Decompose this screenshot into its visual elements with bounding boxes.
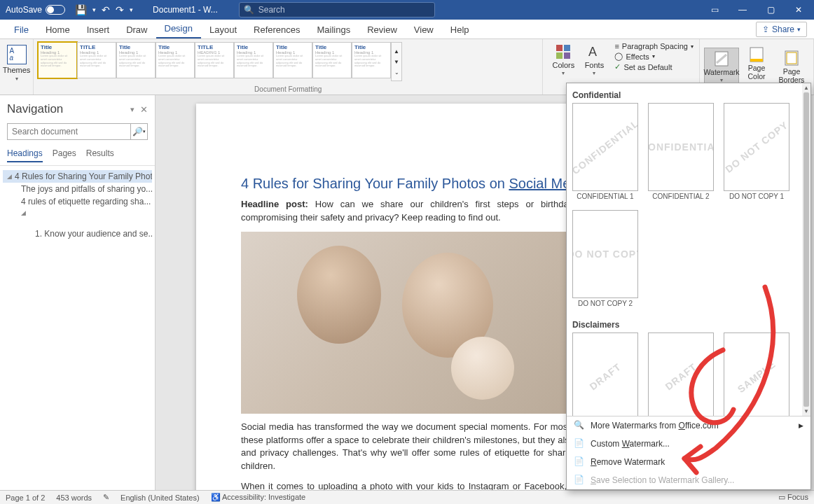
watermark-dropdown: Confidential CONFIDENTIALCONFIDENTIAL 1C… xyxy=(566,83,811,490)
style-set-item[interactable]: TitleHeading 1Lorem ipsum dolor sit amet… xyxy=(352,42,391,78)
nav-tab-results[interactable]: Results xyxy=(86,148,114,162)
tab-draw[interactable]: Draw xyxy=(118,21,156,38)
nav-search-button[interactable]: 🔎▾ xyxy=(130,124,147,139)
paragraph-spacing-label: Paragraph Spacing xyxy=(622,42,688,50)
scroll-thumb[interactable] xyxy=(803,92,809,407)
nav-tree: ◢4 Rules for Sharing Your Family Phot...… xyxy=(0,166,155,244)
wm-custom-button[interactable]: 📄 Custom Watermark... xyxy=(567,435,810,453)
nav-tab-pages[interactable]: Pages xyxy=(53,148,76,162)
themes-button[interactable]: Aa Themes ▾ xyxy=(3,42,31,85)
nav-close-icon[interactable]: ✕ xyxy=(140,104,148,115)
style-set-item[interactable]: TitleHeading 1Lorem ipsum dolor sit amet… xyxy=(273,42,312,78)
watermark-thumb[interactable]: DO NOT COPYDO NOT COPY 2 xyxy=(572,210,638,307)
colors-button[interactable]: Colors ▾ xyxy=(549,42,578,78)
qat-more-icon[interactable]: ▾ xyxy=(130,6,133,13)
wm-remove-button[interactable]: 📄 Remove Watermark xyxy=(567,453,810,471)
page-borders-button[interactable]: Page Borders xyxy=(774,47,809,87)
svg-rect-9 xyxy=(785,51,798,65)
watermark-thumb[interactable]: CONFIDENTIALCONFIDENTIAL 2 xyxy=(648,103,714,200)
wm-save-selection-button: 📄 Save Selection to Watermark Gallery... xyxy=(567,471,810,489)
page-color-icon xyxy=(748,46,765,63)
watermark-thumb[interactable]: DRAFTDRAFT 1 xyxy=(572,332,638,416)
style-gallery-more[interactable]: ▲▼⌄ xyxy=(391,42,402,81)
style-set-item[interactable]: TitleHeading 1Lorem ipsum dolor sit amet… xyxy=(38,42,77,78)
effects-button[interactable]: ◯Effects▾ xyxy=(614,52,694,61)
wm-more-button[interactable]: 🔍 More Watermarks from Office.com ▶ xyxy=(567,416,810,435)
scroll-down-icon[interactable]: ▼ xyxy=(803,408,809,414)
status-focus[interactable]: ▭ Focus xyxy=(778,493,808,502)
nav-item[interactable]: ◢4 Rules for Sharing Your Family Phot... xyxy=(3,170,152,183)
set-default-button[interactable]: ✓Set as Default xyxy=(614,62,694,71)
nav-search[interactable]: 🔎▾ xyxy=(7,123,148,140)
paragraph-spacing-button[interactable]: ≡Paragraph Spacing▾ xyxy=(614,42,694,50)
colors-icon xyxy=(555,43,572,60)
fonts-button[interactable]: A Fonts ▾ xyxy=(579,42,609,78)
watermark-button[interactable]: Watermark ▾ xyxy=(704,48,739,86)
style-set-item[interactable]: TITLEHeading 1Lorem ipsum dolor sit amet… xyxy=(77,42,116,78)
minimize-icon[interactable]: — xyxy=(729,0,757,20)
style-set-item[interactable]: TITLEHEADING 1Lorem ipsum dolor sit amet… xyxy=(195,42,234,78)
tab-mailings[interactable]: Mailings xyxy=(309,21,359,38)
nav-item-label: The joys and pitfalls of sharing yo... xyxy=(21,184,152,194)
svg-text:A: A xyxy=(588,45,597,59)
page-icon: 📄 xyxy=(574,438,585,449)
status-bar: Page 1 of 2 453 words ✎ English (United … xyxy=(0,490,814,504)
ribbon-display-icon[interactable]: ▭ xyxy=(701,0,729,20)
watermark-thumb[interactable]: SAMPLESAMPLE 1 xyxy=(724,332,789,416)
navigation-title: Navigation xyxy=(7,102,125,116)
search-box[interactable]: 🔍 Search xyxy=(239,2,435,18)
ribbon-tabs: File Home Insert Draw Design Layout Refe… xyxy=(0,20,814,39)
scrollbar[interactable]: ▲ ▼ xyxy=(802,83,810,416)
nav-collapse-icon[interactable]: ▾ xyxy=(125,105,140,114)
status-page[interactable]: Page 1 of 2 xyxy=(6,493,45,502)
undo-icon[interactable]: ↶ xyxy=(102,4,110,15)
redo-icon[interactable]: ↷ xyxy=(116,4,124,15)
watermark-thumb[interactable]: DRAFTDRAFT 2 xyxy=(648,332,714,416)
watermark-thumb[interactable]: DO NOT COPYDO NOT COPY 1 xyxy=(724,103,789,200)
share-button[interactable]: ⇪ Share ▾ xyxy=(756,22,807,37)
chevron-down-icon: ▾ xyxy=(652,53,655,59)
nav-search-input[interactable] xyxy=(8,124,130,139)
style-set-item[interactable]: TitleHeading 1Lorem ipsum dolor sit amet… xyxy=(156,42,195,78)
tab-file[interactable]: File xyxy=(6,21,37,38)
style-gallery[interactable]: TitleHeading 1Lorem ipsum dolor sit amet… xyxy=(38,42,538,81)
remove-icon: 📄 xyxy=(574,456,585,468)
scroll-up-icon[interactable]: ▲ xyxy=(803,85,809,91)
qat-dropdown-icon[interactable]: ▾ xyxy=(92,6,96,13)
wm-menu: 🔍 More Watermarks from Office.com ▶ 📄 Cu… xyxy=(567,416,810,489)
tab-view[interactable]: View xyxy=(406,21,442,38)
autosave-toggle[interactable]: AutoSave xyxy=(1,5,69,15)
search-placeholder: Search xyxy=(258,5,285,15)
style-set-item[interactable]: TitleHeading 1Lorem ipsum dolor sit amet… xyxy=(234,42,273,78)
tab-design[interactable]: Design xyxy=(156,20,201,38)
nav-item-label: 4 rules of etiquette regarding sha... xyxy=(21,197,151,206)
group-themes: Aa Themes ▾ xyxy=(0,39,34,94)
save-icon[interactable]: 💾 xyxy=(75,4,87,15)
status-language[interactable]: English (United States) xyxy=(120,493,200,502)
watermark-thumb[interactable]: CONFIDENTIALCONFIDENTIAL 1 xyxy=(572,103,638,200)
status-accessibility[interactable]: ♿ Accessibility: Investigate xyxy=(211,493,306,502)
paragraph-spacing-icon: ≡ xyxy=(614,42,619,50)
maximize-icon[interactable]: ▢ xyxy=(757,0,785,20)
nav-item[interactable]: 1. Know your audience and se... xyxy=(3,227,152,240)
style-set-item[interactable]: TitleHeading 1Lorem ipsum dolor sit amet… xyxy=(312,42,352,78)
title-bar: AutoSave 💾 ▾ ↶ ↷ ▾ Document1 - W... 🔍 Se… xyxy=(0,0,814,20)
tab-home[interactable]: Home xyxy=(37,21,78,38)
nav-item[interactable]: The joys and pitfalls of sharing yo... xyxy=(3,183,152,195)
tab-review[interactable]: Review xyxy=(359,21,406,38)
nav-item[interactable]: ◢ xyxy=(3,208,152,218)
tab-insert[interactable]: Insert xyxy=(78,21,118,38)
quick-access-toolbar: 💾 ▾ ↶ ↷ ▾ xyxy=(69,4,139,15)
close-icon[interactable]: ✕ xyxy=(785,0,813,20)
watermark-icon xyxy=(713,50,730,67)
tab-help[interactable]: Help xyxy=(442,21,478,38)
tab-layout[interactable]: Layout xyxy=(201,21,245,38)
nav-item[interactable]: 4 rules of etiquette regarding sha... xyxy=(3,195,152,208)
page-color-label: Page Color xyxy=(739,64,774,80)
tab-references[interactable]: References xyxy=(245,21,308,38)
status-words[interactable]: 453 words xyxy=(56,493,92,502)
style-set-item[interactable]: TitleHeading 1Lorem ipsum dolor sit amet… xyxy=(116,42,156,78)
check-icon: ✓ xyxy=(614,62,621,71)
nav-tab-headings[interactable]: Headings xyxy=(7,148,43,162)
status-spellcheck-icon[interactable]: ✎ xyxy=(103,493,109,502)
